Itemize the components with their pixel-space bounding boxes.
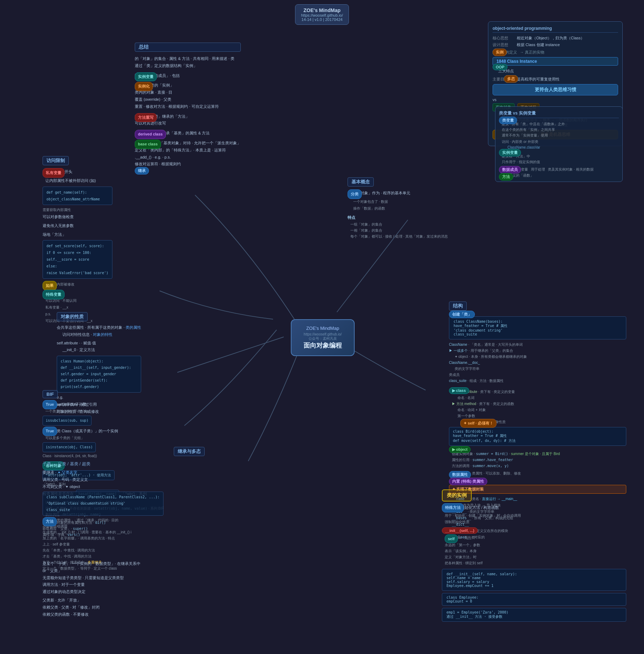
oop-design-row: 设计思想 根据 Class 创建 instance <box>493 42 618 48</box>
subclass-arrow-label: 子类 → 父类 / 基类 / 超类 <box>43 461 163 467</box>
cn-bases: ▶ 一或多个 · 用于继承的「父类」的集合 <box>449 348 626 354</box>
code2-line1: def set_score(self, score): <box>46 243 109 249</box>
access-content: 私有变量 变量名以 __ 开头 让内部属性不被外部访问 (如) def get_… <box>43 168 112 324</box>
sc-keyword: 调用父类 · 号码 · 类定义文 <box>43 476 163 483</box>
oop-badge: OOP <box>493 64 507 70</box>
bif-issubclass-row: sub 是 sup 的子类/子孙类 True <box>43 401 164 408</box>
emp-instance-code: emp1 = Employee('Zara', 2000) 通过 __init_… <box>442 608 626 622</box>
class-instance-highlight: 1848 Class Instance <box>493 57 618 66</box>
special-attrs-header: 内置 (特殊) 类属性 ClassName. <box>449 480 626 483</box>
iv-usage: 只作用于 · 指定实例的值 <box>502 159 619 165</box>
emp-inst2: 通过 __init__ 方法 · 接受参数 <box>446 614 622 619</box>
cv-usage: 通常不作为「实例变量」使用 <box>502 133 619 138</box>
poly-ancestor-method: 依赖父类的函数 · 不要修改 <box>43 611 140 618</box>
self-first: 永远的「第一个」参数 <box>445 542 626 548</box>
class-var-section: 类变量 定义 · 所有「类」中且在「函数体」之外 在这个类的所有「实例」之间共享… <box>499 120 619 150</box>
cv-share: 在这个类的所有「实例」之间共享 <box>502 127 619 133</box>
instance-badge: 实例 <box>493 49 507 56</box>
basic-structure-section: ▶ class ▶ 属性 attribute · 类下有 · 类定义的变量 命名… <box>449 387 626 446</box>
sc-default: 不写则父类 · ✦ object <box>43 483 163 490</box>
code-block-2: def set_score(self, score): if 0 <= scor… <box>43 240 112 279</box>
summary-base: base class is a · 作为一个「基类对象」对待 · 允许把一个「派… <box>135 140 241 168</box>
bc-classify-badge: 分类 <box>348 189 362 199</box>
class-instance-title: 类的实例 <box>442 489 472 501</box>
s-obj-def2: 通过「类」定义的数据结构「实例」 <box>135 62 241 70</box>
bc-char2: 一相「对象」的集合 <box>350 227 461 233</box>
class-code-block: class ClassName(bases): have_feather = T… <box>449 316 626 339</box>
emp-code1: def __init__(self, name, salary): <box>446 572 622 576</box>
special-method-header: 特殊方法 帮力 · 类的初始化方法 / 构造函数 <box>442 504 626 511</box>
pv-tip: 场地「方法」 <box>43 231 112 238</box>
poly-child-no-change: 依赖父类 · 父类 · 对「修改」封闭 <box>43 604 140 611</box>
s-base-badge: base class <box>135 140 161 149</box>
sc-need-inherit: 要继承 · ✦ 父类名字 <box>43 469 163 476</box>
bird-code2: have_feather = True # 属性 <box>453 433 622 438</box>
center-node: ZOE's MindMap https://wooself.github.io/… <box>291 319 355 356</box>
sc-code3: class_suite <box>46 507 160 513</box>
oop-vs-title: vs <box>493 98 618 102</box>
op-shared: 会共享这些属性 · 所有属于这类的对象 · 类的属性 <box>57 324 141 331</box>
instance-var-section: 实例变量 定义在「方法」中 只作用于 · 指定实例的值 <box>499 153 619 165</box>
special-attrs-badge: 内置 (特殊) 类属性 <box>449 478 487 485</box>
cn-classname: ClassName · 「类名」通常是 · 大写开头的单词 <box>449 342 626 348</box>
bc-char1: 一组「对象」的集合 <box>350 221 461 227</box>
s-inherit-badge: 继承 <box>135 167 149 174</box>
vs-label: vs <box>493 98 496 102</box>
isinstance-note2: Class · isinstance(4, (int, str, float)) <box>43 453 164 459</box>
sc-m3: 生成类的 __init_() 时 · 门调用 · 需要在 · 基本的 __ini… <box>43 529 163 535</box>
self-must: ✦ self · 必须有！ <box>460 419 496 428</box>
private-var-badge: 私有变量 <box>43 168 65 178</box>
employee-code-block: def __init__(self, name, salary): self.n… <box>442 569 626 591</box>
s-base-desc4: 修改对运算符 · 根据规则约 <box>135 161 241 168</box>
poly-any-type: 无需额外知道子类类型 · 只需要知道是父类类型 <box>43 575 140 582</box>
if-badge: 如果 <box>43 281 57 290</box>
s-override-badge: 方法重写 <box>135 113 157 122</box>
op-code2: def __init__(self, input_gender): <box>61 365 137 371</box>
oi-method: 方法的调用 · summer.move(x, y) <box>452 463 626 469</box>
true-badge1: True <box>43 400 57 409</box>
class-vars-title: 类变量 vs 实例变量 <box>499 110 619 118</box>
bif-label: BIF <box>43 390 58 398</box>
sc-m2: 不会被自动调用 <box>43 523 163 529</box>
self-attr: 把各种属性 · 绑定到 self <box>445 560 626 566</box>
poly-is-child: 是某个「子类」· 一个实例的「数据类型」· 在继承关系中 <box>43 560 140 567</box>
cv-def: 定义 · 所有「类」中且在「函数体」之外 <box>502 121 619 127</box>
cn-members: 类成员 <box>449 372 626 378</box>
brand-version: 14-14 | v1.0 | 20170424 <box>301 17 343 22</box>
method-first-param: 第一个参数 <box>457 413 626 419</box>
summary-object: 的「对象」的集合 · 属性 & 方法 · 共有相同 · 用来描述 · 类 通过「… <box>135 55 241 70</box>
bc-char3: 每个「对象」都可以 · 接收 / 处理 · 其他「对象」发过来的消息 <box>350 233 461 239</box>
bird-code3: def move(self, dx, dy): # 方法 <box>453 438 622 443</box>
poly-section: 是某个「子类」· 一个实例的「数据类型」· 在继承关系中 or「父类」 无需额外… <box>43 560 140 618</box>
object-props-label: 对象的性质 <box>57 312 88 321</box>
s-inst-badge: 实例化 <box>135 82 153 91</box>
human-thinking-box: 更符合人类思维习惯 <box>493 84 618 95</box>
s-obj-def: 的「对象」的集合 · 属性 & 方法 · 共有相同 · 用来描述 · 类 <box>135 55 241 62</box>
true-badge2: True <box>43 427 57 436</box>
poly-badge: 多态 <box>504 75 518 83</box>
data-member-row: 数据成员 类变量 & 实例变量 用于处理 类及其实例对象 · 相关的数据 <box>499 167 619 172</box>
code1-line1: def get_name(self): <box>46 189 109 196</box>
summary-override: 方法重写 如果从「父类」继承的「方法」 可以对其进行改写 <box>135 113 241 127</box>
bc-content: 分类 · 把「对象」作为 · 程序的基本单元 一个对象包含了 · 数据 操作「数… <box>348 189 461 239</box>
sv-private: 私有变量 · __x <box>45 304 112 311</box>
cv-access-code: ClassName.classVar <box>507 145 619 150</box>
bc-d2: 操作「数据」的函数 <box>353 205 461 212</box>
cn-doc: ClassName.__doc_ <box>449 360 626 366</box>
op-code4: def printGender(self): <box>61 377 137 384</box>
special-method-badge: 特殊方法 <box>442 503 464 512</box>
self-badge: self <box>445 534 458 543</box>
inherit-poly-label: 继承与多态 <box>174 447 205 456</box>
poly-method: 调用方法 · 对于一个变量 <box>43 581 140 588</box>
cn-object: ✦ object · 本身 · 所有类都会继承都继承的对象 <box>455 354 626 360</box>
method-name: 命名 · 动词 + 对象 <box>457 407 626 413</box>
instance-arrow: → 真正的实物 <box>520 50 544 55</box>
op-self-attr: self.attribute · · 赋值·值 <box>57 340 141 347</box>
pv-warning: 避免传入无效参数 <box>43 222 112 229</box>
op-shared-sub: 访问对特性信息 · 对象的特性 <box>62 331 141 338</box>
self-show: 表示「该实例」本身 <box>445 548 626 554</box>
code2-line3: self.__score = score <box>46 256 109 263</box>
oop-panel-title: object-oriented programming <box>493 26 618 33</box>
code2-line2: if 0 <= score <= 100: <box>46 249 109 256</box>
oop-core-idea-row: 核心思想 相近对象（Object），归为类（Class） <box>493 35 618 41</box>
